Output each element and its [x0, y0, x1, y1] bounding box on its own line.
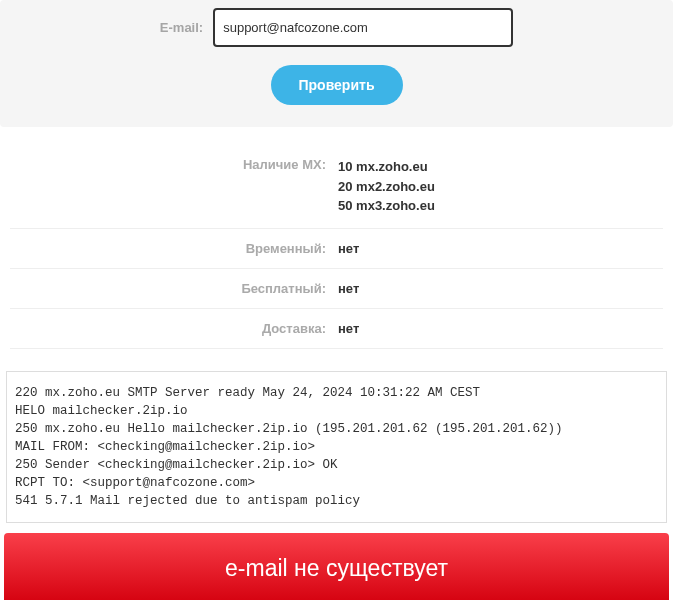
mx-priority: 50	[338, 198, 352, 213]
mx-value: 10 mx.zoho.eu 20 mx2.zoho.eu 50 mx3.zoho…	[338, 157, 435, 216]
delivery-value: нет	[338, 321, 359, 336]
mx-entry: 50 mx3.zoho.eu	[338, 196, 435, 216]
email-label: E-mail:	[160, 20, 203, 35]
mx-host: mx3.zoho.eu	[356, 198, 435, 213]
delivery-label: Доставка:	[10, 321, 338, 336]
temporary-label: Временный:	[10, 241, 338, 256]
email-form-row: E-mail:	[10, 8, 663, 47]
temporary-value: нет	[338, 241, 359, 256]
status-banner: e-mail не существует	[4, 533, 669, 600]
mx-host: mx2.zoho.eu	[356, 179, 435, 194]
mx-host: mx.zoho.eu	[356, 159, 428, 174]
mx-priority: 10	[338, 159, 352, 174]
result-row-temporary: Временный: нет	[10, 229, 663, 269]
mx-label: Наличие MX:	[10, 157, 338, 172]
results-section: Наличие MX: 10 mx.zoho.eu 20 mx2.zoho.eu…	[0, 127, 673, 359]
free-value: нет	[338, 281, 359, 296]
mx-entry: 20 mx2.zoho.eu	[338, 177, 435, 197]
email-form-section: E-mail: Проверить	[0, 0, 673, 127]
mx-entry: 10 mx.zoho.eu	[338, 157, 435, 177]
smtp-log: 220 mx.zoho.eu SMTP Server ready May 24,…	[6, 371, 667, 524]
mx-priority: 20	[338, 179, 352, 194]
email-input[interactable]	[213, 8, 513, 47]
free-label: Бесплатный:	[10, 281, 338, 296]
result-row-free: Бесплатный: нет	[10, 269, 663, 309]
result-row-mx: Наличие MX: 10 mx.zoho.eu 20 mx2.zoho.eu…	[10, 151, 663, 229]
check-button[interactable]: Проверить	[271, 65, 403, 105]
result-row-delivery: Доставка: нет	[10, 309, 663, 349]
